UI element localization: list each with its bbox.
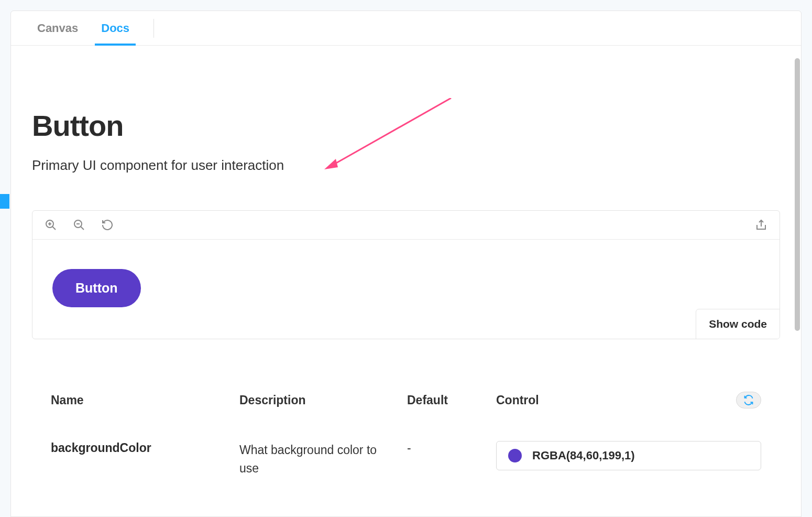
arg-name: backgroundColor [51,441,229,455]
show-code-button[interactable]: Show code [696,309,780,339]
col-header-name: Name [51,393,229,407]
color-control[interactable]: RGBA(84,60,199,1) [496,441,761,470]
zoom-out-icon[interactable] [72,218,86,232]
svg-line-3 [52,227,56,230]
args-table: Name Description Default Control [32,392,780,490]
col-header-control: Control [496,392,761,408]
color-swatch [508,449,522,462]
args-row-backgroundcolor: backgroundColor What background color to… [32,428,780,490]
storybook-panel: Canvas Docs Button Primary UI component … [10,10,802,517]
tab-divider [153,19,154,38]
preview-body: Button Show code [32,240,780,339]
col-header-default: Default [407,393,486,407]
col-header-description: Description [239,393,397,407]
toolbar-left [44,218,114,232]
share-icon[interactable] [754,218,768,232]
demo-button[interactable]: Button [52,269,141,307]
tab-docs[interactable]: Docs [90,11,141,45]
reset-zoom-icon[interactable] [101,218,114,232]
svg-line-7 [81,227,84,230]
preview-toolbar [32,211,780,240]
color-value: RGBA(84,60,199,1) [532,449,635,462]
page-title: Button [32,109,780,143]
preview-card: Button Show code [32,210,780,339]
tab-canvas[interactable]: Canvas [26,11,90,45]
zoom-in-icon[interactable] [44,218,58,232]
tabs-bar: Canvas Docs [11,11,801,46]
arg-default: - [407,441,486,455]
left-edge-indicator [0,194,9,209]
args-header-row: Name Description Default Control [32,392,780,428]
scrollbar-thumb[interactable] [795,58,800,331]
sync-icon [743,395,754,405]
docs-content: Button Primary UI component for user int… [11,46,801,516]
col-header-control-label: Control [496,393,539,407]
arg-description: What background color to use [239,441,397,477]
reset-controls-button[interactable] [736,392,761,408]
page-subtitle: Primary UI component for user interactio… [32,157,780,174]
